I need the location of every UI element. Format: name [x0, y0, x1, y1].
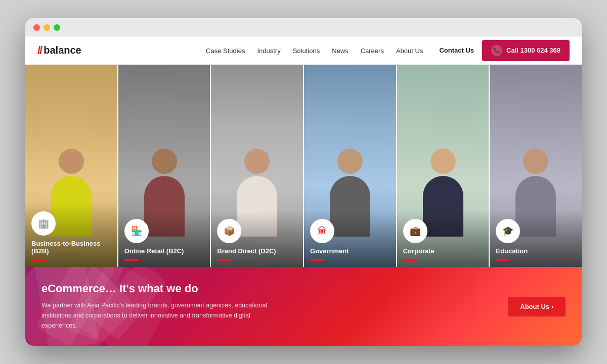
panel-b2c[interactable]: 🏪 Online Retail (B2C)	[118, 65, 211, 267]
panel-overlay-edu: 🎓 Education	[490, 211, 582, 267]
close-dot[interactable]	[33, 24, 40, 31]
panel-underline-b2c	[124, 259, 139, 261]
panel-overlay-corp: 💼 Corporate	[397, 211, 489, 267]
panel-underline-corp	[403, 259, 417, 261]
figure-head	[59, 149, 84, 174]
panel-underline-b2b	[31, 259, 46, 261]
panel-label-corp: Corporate	[403, 247, 483, 255]
panel-label-d2c: Brand Direct (D2C)	[217, 247, 297, 255]
banner-description: We partner with Asia Pacific's leading b…	[41, 300, 284, 331]
panel-gov[interactable]: 🏛 Government	[304, 65, 397, 267]
panel-underline-edu	[496, 259, 510, 261]
panel-label-b2b: Business-to-Business (B2B)	[31, 240, 111, 255]
figure-head	[337, 149, 363, 174]
panel-d2c[interactable]: 📦 Brand Direct (D2C)	[211, 65, 304, 267]
maximize-dot[interactable]	[54, 24, 60, 31]
panel-icon-wrap-gov: 🏛	[310, 219, 334, 243]
gov-icon: 🏛	[318, 226, 327, 237]
nav-careers[interactable]: Careers	[361, 47, 384, 55]
panel-b2b[interactable]: 🏢 Business-to-Business (B2B)	[25, 65, 118, 267]
panel-icon-wrap-edu: 🎓	[496, 219, 520, 243]
panel-label-edu: Education	[496, 247, 576, 255]
panel-label-b2c: Online Retail (B2C)	[124, 247, 204, 255]
logo-slashes: //	[37, 44, 41, 57]
minimize-dot[interactable]	[44, 24, 50, 31]
b2b-icon: 🏢	[38, 218, 49, 229]
browser-window: // balance Case Studies Industry Solutio…	[25, 18, 582, 346]
navbar: // balance Case Studies Industry Solutio…	[25, 36, 582, 65]
contact-link[interactable]: Contact Us	[439, 47, 474, 54]
nav-about[interactable]: About Us	[396, 47, 423, 55]
panel-overlay-gov: 🏛 Government	[304, 211, 396, 267]
panel-overlay-b2b: 🏢 Business-to-Business (B2B)	[25, 203, 117, 267]
nav-news[interactable]: News	[332, 47, 349, 55]
call-cta[interactable]: 📞 Call 1300 624 368	[482, 40, 570, 61]
logo-text: balance	[44, 44, 81, 56]
panel-underline-gov	[310, 259, 324, 261]
banner-title: eCommerce… It's what we do	[41, 282, 284, 295]
hero-panels: 🏢 Business-to-Business (B2B) 🏪	[25, 65, 582, 267]
panel-corp[interactable]: 💼 Corporate	[397, 65, 490, 267]
panel-icon-wrap-b2b: 🏢	[31, 211, 56, 236]
figure-head	[244, 149, 270, 174]
nav-case-studies[interactable]: Case Studies	[206, 47, 245, 55]
panel-icon-wrap-corp: 💼	[403, 219, 427, 243]
banner-text: eCommerce… It's what we do We partner wi…	[41, 282, 284, 331]
panel-overlay-d2c: 📦 Brand Direct (D2C)	[211, 211, 303, 267]
panel-icon-wrap-b2c: 🏪	[124, 219, 149, 243]
d2c-icon: 📦	[224, 225, 235, 237]
nav-solutions[interactable]: Solutions	[293, 47, 320, 55]
figure-head	[152, 149, 177, 174]
figure-head	[430, 149, 456, 174]
phone-icon: 📞	[491, 45, 502, 56]
nav-industry[interactable]: Industry	[257, 47, 280, 55]
browser-controls	[33, 24, 574, 31]
website-content: // balance Case Studies Industry Solutio…	[25, 36, 582, 346]
logo[interactable]: // balance	[37, 44, 81, 57]
figure-head	[523, 149, 548, 174]
corp-icon: 💼	[410, 225, 421, 237]
panel-label-gov: Government	[310, 247, 390, 255]
b2c-icon: 🏪	[131, 225, 142, 237]
panel-overlay-b2c: 🏪 Online Retail (B2C)	[118, 211, 210, 267]
bottom-banner: eCommerce… It's what we do We partner wi…	[25, 267, 582, 346]
edu-icon: 🎓	[502, 225, 513, 237]
nav-links: Case Studies Industry Solutions News Car…	[206, 46, 423, 55]
panel-icon-wrap-d2c: 📦	[217, 219, 241, 243]
panel-underline-d2c	[217, 259, 231, 261]
panel-edu[interactable]: 🎓 Education	[490, 65, 582, 267]
cta-text: Call 1300 624 368	[506, 47, 560, 54]
about-us-button[interactable]: About Us ›	[508, 297, 566, 316]
browser-chrome	[25, 18, 582, 36]
